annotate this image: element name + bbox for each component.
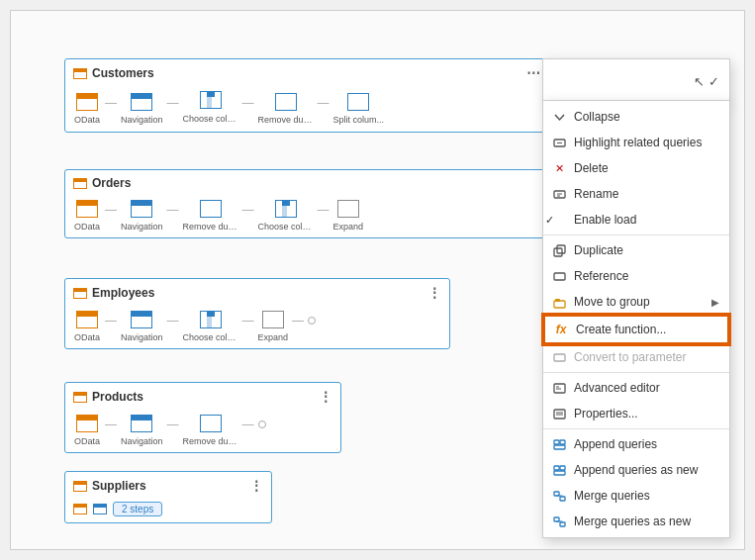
step-expand-orders: Expand	[333, 198, 364, 232]
step-odata-orders: OData	[73, 198, 101, 232]
context-menu: Collapse Highlight related queries ✕ Del…	[542, 100, 730, 538]
movetogroup-arrow: ▶	[711, 297, 719, 308]
rename-icon	[551, 186, 567, 202]
mergequeries-icon	[551, 488, 567, 504]
customers-menu-dots[interactable]: ⋯	[526, 65, 540, 81]
mergequeriesnew-icon	[551, 513, 567, 529]
card-employees: Employees ⋮ OData — Navigation — Choose …	[64, 278, 450, 349]
mergequeries-label: Merge queries	[574, 489, 719, 503]
step-nav-orders: Navigation	[121, 198, 163, 232]
suppliers-icon1	[73, 504, 87, 514]
menu-item-mergequeries[interactable]: Merge queries	[543, 483, 729, 509]
suppliers-steps: 2 steps	[73, 502, 263, 516]
movetogroup-icon	[551, 294, 567, 310]
suppliers-icon2	[93, 504, 107, 514]
nav-label-customers: Navigation	[121, 115, 163, 125]
appendqueries-icon	[551, 436, 567, 452]
appendqueriesnew-label: Append queries as new	[574, 463, 719, 477]
menu-item-reference[interactable]: Reference	[543, 263, 729, 289]
svg-rect-22	[554, 471, 565, 475]
card-customers: Customers ⋯ OData — Navigation — Choose …	[64, 58, 549, 133]
enableload-label: Enable load	[574, 213, 719, 227]
menu-item-createfunction[interactable]: fx Create function...	[543, 315, 729, 344]
arrow1: —	[105, 96, 117, 110]
collapse-label: Collapse	[574, 110, 719, 124]
menu-item-enableload[interactable]: Enable load	[543, 207, 729, 233]
odata-label-customers: OData	[74, 115, 100, 125]
rename-label: Rename	[574, 187, 719, 201]
orders-table-icon	[73, 178, 87, 189]
products-title: Products	[92, 390, 143, 404]
menu-item-appendqueriesnew[interactable]: Append queries as new	[543, 457, 729, 483]
svg-rect-18	[560, 440, 565, 444]
employees-header: Employees ⋮	[73, 285, 441, 301]
mergequeriesnew-label: Merge queries as new	[574, 514, 719, 528]
employees-endpoint	[308, 317, 316, 325]
products-menu-dots[interactable]: ⋮	[319, 389, 332, 405]
convertparam-icon	[551, 349, 567, 365]
card-suppliers: Suppliers ⋮ 2 steps	[64, 471, 272, 523]
step-remove-orders: Remove duplicat...	[183, 198, 238, 232]
delete-icon: ✕	[551, 160, 567, 176]
suppliers-header: Suppliers ⋮	[73, 478, 263, 494]
canvas-area: Customers ⋯ OData — Navigation — Choose …	[11, 11, 744, 549]
menu-item-properties[interactable]: Properties...	[543, 401, 729, 426]
duplicate-label: Duplicate	[574, 243, 719, 257]
svg-rect-24	[560, 497, 565, 501]
menu-item-duplicate[interactable]: Duplicate	[543, 237, 729, 263]
main-container: Customers ⋯ OData — Navigation — Choose …	[10, 10, 745, 550]
svg-rect-20	[554, 466, 559, 470]
employees-steps: OData — Navigation — Choose columns — Ex…	[73, 309, 441, 342]
menu-item-top1[interactable]: ↖ ✓	[543, 69, 729, 94]
svg-rect-19	[554, 445, 565, 449]
customers-table-icon	[73, 68, 87, 79]
employees-table-icon	[73, 288, 87, 299]
svg-rect-6	[557, 245, 565, 253]
menu-item-advancededitor[interactable]: Advanced editor	[543, 375, 729, 401]
menu-item-mergequeriesnew[interactable]: Merge queries as new	[543, 509, 729, 534]
createfunction-label: Create function...	[576, 323, 717, 336]
nav-icon-customers	[128, 91, 155, 113]
step-remove-customers: Remove duplicat...	[258, 91, 314, 125]
suppliers-title: Suppliers	[92, 479, 146, 493]
products-endpoint	[258, 420, 266, 428]
svg-rect-17	[554, 440, 559, 444]
products-steps: OData — Navigation — Remove duplicat... …	[73, 413, 332, 446]
split-label-customers: Split colum...	[333, 115, 385, 125]
arrow4: —	[318, 96, 330, 110]
suppliers-menu-dots[interactable]: ⋮	[249, 478, 263, 494]
advancededitor-label: Advanced editor	[574, 381, 719, 395]
step-choose-orders: Choose columns	[258, 198, 314, 232]
menu-item-movetogroup[interactable]: Move to group ▶	[543, 289, 729, 315]
employees-menu-dots[interactable]: ⋮	[427, 285, 441, 301]
menu-item-highlight[interactable]: Highlight related queries	[543, 130, 729, 155]
movetogroup-label: Move to group	[574, 295, 705, 309]
employees-title: Employees	[92, 286, 154, 300]
delete-label: Delete	[574, 161, 719, 175]
step-split-customers: Split colum...	[333, 91, 385, 125]
remove-icon-customers	[272, 91, 300, 113]
top-icons: ↖ ✓	[694, 74, 719, 89]
reference-label: Reference	[574, 269, 719, 283]
separator1	[543, 234, 729, 235]
step-odata-customers: OData	[73, 91, 101, 125]
menu-item-delete[interactable]: ✕ Delete	[543, 155, 729, 181]
advancededitor-icon	[551, 380, 567, 396]
card-products: Products ⋮ OData — Navigation — Remove d…	[64, 382, 341, 453]
menu-item-appendqueries[interactable]: Append queries	[543, 431, 729, 457]
customers-title: Customers	[92, 66, 154, 80]
svg-rect-27	[560, 522, 565, 526]
products-table-icon	[73, 392, 87, 403]
createfunction-icon: fx	[553, 322, 569, 337]
menu-item-collapse[interactable]: Collapse	[543, 104, 729, 130]
menu-item-convertparam: Convert to parameter	[543, 344, 729, 370]
menu-item-rename[interactable]: Rename	[543, 181, 729, 207]
customers-header: Customers ⋯	[73, 65, 540, 81]
svg-rect-10	[554, 354, 565, 361]
properties-icon	[551, 406, 567, 421]
products-header: Products ⋮	[73, 389, 332, 405]
suppliers-table-icon	[73, 481, 87, 492]
properties-label: Properties...	[574, 407, 719, 420]
card-orders: Orders OData — Navigation — Remove dupli…	[64, 169, 549, 238]
arrow3: —	[242, 96, 254, 110]
